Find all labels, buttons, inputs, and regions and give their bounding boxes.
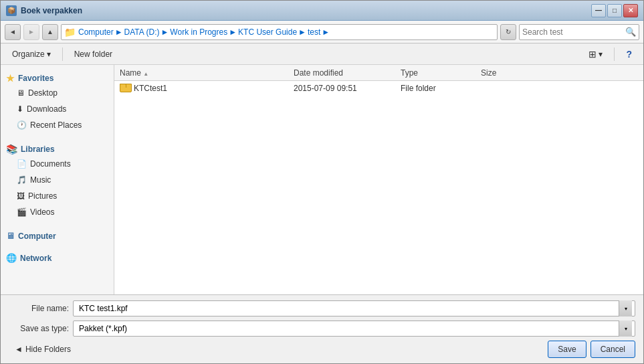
forward-button[interactable]: ► [23, 24, 39, 40]
breadcrumb-ktcuserguide[interactable]: KTC User Guide [238, 27, 297, 37]
sidebar-item-videos[interactable]: 🎬 Videos [1, 204, 114, 220]
column-type-header[interactable]: Type [395, 68, 475, 78]
save-as-type-row: Save as type: Pakket (*.kpf) ▾ [9, 321, 635, 337]
sidebar-item-videos-label: Videos [30, 207, 54, 217]
column-date-header[interactable]: Date modified [288, 68, 395, 78]
toolbar-separator [62, 48, 63, 61]
file-date-value: 2015-07-09 09:51 [294, 84, 357, 93]
main-window: 📦 Boek verpakken — □ ✕ ◄ ► ▲ 📁 Computer … [0, 0, 644, 364]
view-button[interactable]: ⊞ ▾ [582, 46, 609, 62]
sidebar-item-recent-places[interactable]: 🕐 Recent Places [1, 117, 114, 133]
sidebar-favorites-section[interactable]: ★ Favorites [1, 68, 114, 85]
help-button[interactable]: ? [620, 46, 638, 62]
refresh-button[interactable]: ↻ [500, 24, 516, 40]
recent-places-icon: 🕐 [17, 120, 27, 130]
pictures-icon: 🖼 [17, 191, 25, 201]
save-as-type-value: Pakket (*.kpf) [76, 324, 619, 333]
breadcrumb-computer[interactable]: Computer [78, 27, 114, 37]
sidebar-divider3 [1, 242, 114, 248]
title-bar: 📦 Boek verpakken — □ ✕ [1, 1, 643, 21]
sidebar-item-music[interactable]: 🎵 Music [1, 172, 114, 188]
computer-icon: 🖥 [6, 231, 15, 241]
column-size-label: Size [481, 68, 496, 78]
sidebar-libraries-section[interactable]: 📚 Libraries [1, 139, 114, 156]
hide-folders-label: Hide Folders [25, 345, 71, 354]
computer-label: Computer [18, 232, 56, 241]
save-as-type-label: Save as type: [9, 324, 69, 333]
organize-label: Organize [12, 50, 45, 59]
network-icon: 🌐 [6, 253, 17, 263]
file-list: KTCtest1 2015-07-09 09:51 File folder [114, 81, 643, 294]
hide-folders-button[interactable]: ◄ Hide Folders [9, 341, 77, 357]
sidebar-item-documents-label: Documents [30, 159, 71, 169]
file-list-header: Name ▲ Date modified Type Size [114, 65, 643, 81]
sidebar-item-recent-places-label: Recent Places [30, 120, 82, 130]
sidebar-item-downloads[interactable]: ⬇ Downloads [1, 101, 114, 117]
organize-arrow-icon: ▾ [47, 50, 51, 59]
breadcrumb-workinprogres[interactable]: Work in Progres [170, 27, 227, 37]
help-icon: ? [626, 49, 632, 60]
column-size-header[interactable]: Size [475, 68, 529, 78]
view-arrow-icon: ▾ [599, 50, 603, 59]
minimize-button[interactable]: — [591, 4, 606, 17]
sidebar-item-desktop-label: Desktop [28, 88, 58, 98]
breadcrumb-test[interactable]: test [308, 27, 320, 37]
search-icon: 🔍 [625, 27, 636, 37]
file-name-value: KTCtest1 [134, 84, 167, 93]
star-icon: ★ [6, 73, 15, 84]
column-date-label: Date modified [294, 68, 343, 78]
window-icon: 📦 [6, 5, 17, 16]
music-icon: 🎵 [17, 175, 27, 185]
save-as-type-dropdown-arrow-icon: ▾ [619, 321, 632, 337]
sidebar-item-desktop[interactable]: 🖥 Desktop [1, 85, 114, 101]
maximize-button[interactable]: □ [607, 4, 622, 17]
sidebar-item-music-label: Music [30, 175, 51, 185]
documents-icon: 📄 [17, 159, 27, 169]
sidebar-computer-section[interactable]: 🖥 Computer [1, 225, 114, 242]
save-as-type-dropdown[interactable]: Pakket (*.kpf) ▾ [73, 321, 635, 337]
column-type-label: Type [401, 68, 418, 78]
breadcrumb-data[interactable]: DATA (D:) [124, 27, 160, 37]
downloads-icon: ⬇ [17, 104, 23, 114]
toolbar: Organize ▾ New folder ⊞ ▾ ? [1, 43, 643, 65]
new-folder-button[interactable]: New folder [68, 46, 118, 62]
hide-folders-arrow-icon: ◄ [15, 345, 23, 354]
save-button[interactable]: Save [548, 341, 586, 358]
videos-icon: 🎬 [17, 207, 27, 217]
sidebar-item-documents[interactable]: 📄 Documents [1, 156, 114, 172]
file-name-value: KTC test1.kpf [76, 304, 619, 313]
file-name-dropdown[interactable]: KTC test1.kpf ▾ [73, 300, 635, 316]
close-button[interactable]: ✕ [623, 4, 638, 17]
sidebar-item-pictures-label: Pictures [28, 191, 57, 201]
libraries-label: Libraries [21, 145, 55, 154]
sidebar-divider1 [1, 133, 114, 139]
folder-icon [120, 84, 130, 92]
window-title: Boek verpakken [21, 6, 591, 15]
sidebar-item-pictures[interactable]: 🖼 Pictures [1, 188, 114, 204]
bottom-area: File name: KTC test1.kpf ▾ Save as type:… [1, 294, 643, 363]
sidebar: ★ Favorites 🖥 Desktop ⬇ Downloads 🕐 Rece… [1, 65, 114, 294]
up-button[interactable]: ▲ [42, 24, 58, 40]
file-name-row: File name: KTC test1.kpf ▾ [9, 300, 635, 316]
file-name-cell: KTCtest1 [114, 84, 288, 93]
main-area: ★ Favorites 🖥 Desktop ⬇ Downloads 🕐 Rece… [1, 65, 643, 294]
sort-arrow-icon: ▲ [143, 71, 148, 77]
file-date-cell: 2015-07-09 09:51 [288, 84, 395, 93]
view-icon: ⊞ [588, 49, 597, 60]
sidebar-network-section[interactable]: 🌐 Network [1, 248, 114, 264]
new-folder-label: New folder [74, 50, 112, 59]
favorites-label: Favorites [18, 74, 53, 83]
breadcrumb-bar: 📁 Computer ► DATA (D:) ► Work in Progres… [61, 24, 498, 40]
cancel-button[interactable]: Cancel [591, 341, 635, 358]
address-bar: ◄ ► ▲ 📁 Computer ► DATA (D:) ► Work in P… [1, 21, 643, 43]
organize-button[interactable]: Organize ▾ [6, 46, 57, 62]
sidebar-item-downloads-label: Downloads [27, 104, 66, 114]
search-input[interactable] [522, 27, 623, 37]
bottom-buttons-row: ◄ Hide Folders Save Cancel [9, 341, 635, 358]
back-button[interactable]: ◄ [5, 24, 21, 40]
table-row[interactable]: KTCtest1 2015-07-09 09:51 File folder [114, 81, 643, 96]
column-name-header[interactable]: Name ▲ [114, 68, 288, 78]
desktop-icon: 🖥 [17, 88, 25, 98]
file-area: Name ▲ Date modified Type Size KTCtes [114, 65, 643, 294]
search-box[interactable]: 🔍 [519, 24, 639, 40]
